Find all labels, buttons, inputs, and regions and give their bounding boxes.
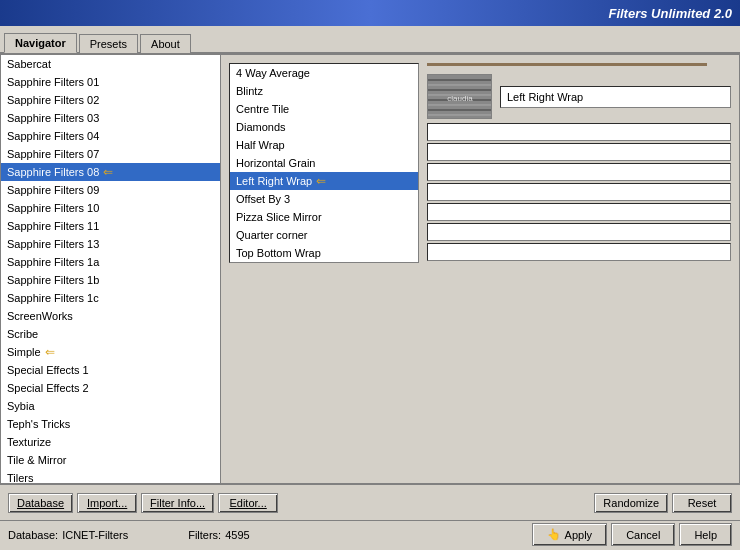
params-area <box>427 123 731 263</box>
sub-filter-list[interactable]: 4 Way AverageBlintzCentre TileDiamondsHa… <box>229 63 419 263</box>
reset-button[interactable]: Reset <box>672 493 732 513</box>
filter-list-item[interactable]: Tilers <box>1 469 220 483</box>
tab-about[interactable]: About <box>140 34 191 53</box>
param-row-2 <box>427 143 731 161</box>
filter-list-item[interactable]: Texturize <box>1 433 220 451</box>
app-title: Filters Unlimited 2.0 <box>608 6 732 21</box>
filters-value: 4595 <box>225 529 249 541</box>
sub-filter-list-item[interactable]: Centre Tile <box>230 100 418 118</box>
filter-list-item[interactable]: Tile & Mirror <box>1 451 220 469</box>
filter-list-item[interactable]: Sapphire Filters 07 <box>1 145 220 163</box>
randomize-button[interactable]: Randomize <box>594 493 668 513</box>
preview-image <box>427 63 707 66</box>
action-buttons: 👆 Apply Cancel Help <box>532 523 732 546</box>
param-row-4 <box>427 183 731 201</box>
filter-list-item[interactable]: Sapphire Filters 10 <box>1 199 220 217</box>
filter-list-item[interactable]: Sybia <box>1 397 220 415</box>
sub-filter-list-item[interactable]: Blintz <box>230 82 418 100</box>
param-row-6 <box>427 223 731 241</box>
sub-filter-list-item[interactable]: Left Right Wrap⇐ <box>230 172 418 190</box>
sub-filter-list-item[interactable]: Half Wrap <box>230 136 418 154</box>
left-panel: SabercatSapphire Filters 01Sapphire Filt… <box>1 55 221 483</box>
param-row-3 <box>427 163 731 181</box>
filter-list-item[interactable]: Simple⇐ <box>1 343 220 361</box>
filter-list-item[interactable]: Sapphire Filters 09 <box>1 181 220 199</box>
filter-info-button[interactable]: Filter Info... <box>141 493 214 513</box>
arrow-icon: ⇐ <box>103 165 113 179</box>
filter-list-item[interactable]: Special Effects 2 <box>1 379 220 397</box>
param-row-7 <box>427 243 731 261</box>
arrow-icon: ⇐ <box>45 345 55 359</box>
filter-list-item[interactable]: Sapphire Filters 02 <box>1 91 220 109</box>
filter-list[interactable]: SabercatSapphire Filters 01Sapphire Filt… <box>1 55 220 483</box>
tab-presets[interactable]: Presets <box>79 34 138 53</box>
filter-list-item[interactable]: Sapphire Filters 01 <box>1 73 220 91</box>
tab-bar: Navigator Presets About <box>0 26 740 54</box>
filter-list-item[interactable]: Sapphire Filters 1c <box>1 289 220 307</box>
sub-filter-list-item[interactable]: Top Left Mirror <box>230 262 418 263</box>
filter-list-item[interactable]: Sapphire Filters 08⇐ <box>1 163 220 181</box>
filter-list-item[interactable]: ScreenWorks <box>1 307 220 325</box>
filter-list-item[interactable]: Sabercat <box>1 55 220 73</box>
filter-list-item[interactable]: Sapphire Filters 1b <box>1 271 220 289</box>
preview-section: claudia Left Right Wrap <box>427 63 731 263</box>
database-button[interactable]: Database <box>8 493 73 513</box>
database-value: ICNET-Filters <box>62 529 128 541</box>
status-bar: Database: ICNET-Filters Filters: 4595 👆 … <box>0 520 740 548</box>
filter-list-item[interactable]: Scribe <box>1 325 220 343</box>
sub-filter-list-item[interactable]: Top Bottom Wrap <box>230 244 418 262</box>
filter-list-item[interactable]: Sapphire Filters 04 <box>1 127 220 145</box>
bottom-toolbar: Database Import... Filter Info... Editor… <box>0 484 740 520</box>
filter-list-item[interactable]: Teph's Tricks <box>1 415 220 433</box>
title-bar: Filters Unlimited 2.0 <box>0 0 740 26</box>
sub-filter-list-item[interactable]: Diamonds <box>230 118 418 136</box>
sub-filter-list-item[interactable]: Offset By 3 <box>230 190 418 208</box>
filter-list-item[interactable]: Special Effects 1 <box>1 361 220 379</box>
filter-info-area: claudia Left Right Wrap <box>427 74 731 119</box>
arrow-icon: ⇐ <box>316 174 326 188</box>
import-button[interactable]: Import... <box>77 493 137 513</box>
param-row-1 <box>427 123 731 141</box>
filters-label: Filters: <box>188 529 221 541</box>
right-panel: 4 Way AverageBlintzCentre TileDiamondsHa… <box>221 55 739 483</box>
svg-text:claudia: claudia <box>447 94 473 103</box>
tab-navigator[interactable]: Navigator <box>4 33 77 53</box>
filter-list-item[interactable]: Sapphire Filters 13 <box>1 235 220 253</box>
main-content: SabercatSapphire Filters 01Sapphire Filt… <box>0 54 740 484</box>
help-button[interactable]: Help <box>679 523 732 546</box>
status-database: Database: ICNET-Filters <box>8 529 128 541</box>
editor-button[interactable]: Editor... <box>218 493 278 513</box>
sub-filter-list-item[interactable]: Quarter corner <box>230 226 418 244</box>
right-top-area: 4 Way AverageBlintzCentre TileDiamondsHa… <box>229 63 731 263</box>
filter-list-item[interactable]: Sapphire Filters 1a <box>1 253 220 271</box>
status-filters: Filters: 4595 <box>188 529 249 541</box>
cancel-button[interactable]: Cancel <box>611 523 675 546</box>
sub-filter-list-item[interactable]: Pizza Slice Mirror <box>230 208 418 226</box>
filter-name-text: Left Right Wrap <box>507 91 583 103</box>
apply-button[interactable]: 👆 Apply <box>532 523 608 546</box>
thumb-preview: claudia <box>427 74 492 119</box>
sub-filter-list-item[interactable]: 4 Way Average <box>230 64 418 82</box>
hand-icon: 👆 <box>547 528 561 541</box>
database-label: Database: <box>8 529 58 541</box>
filter-list-item[interactable]: Sapphire Filters 11 <box>1 217 220 235</box>
sub-filter-list-item[interactable]: Horizontal Grain <box>230 154 418 172</box>
filter-list-item[interactable]: Sapphire Filters 03 <box>1 109 220 127</box>
param-row-5 <box>427 203 731 221</box>
filter-name-display: Left Right Wrap <box>500 86 731 108</box>
